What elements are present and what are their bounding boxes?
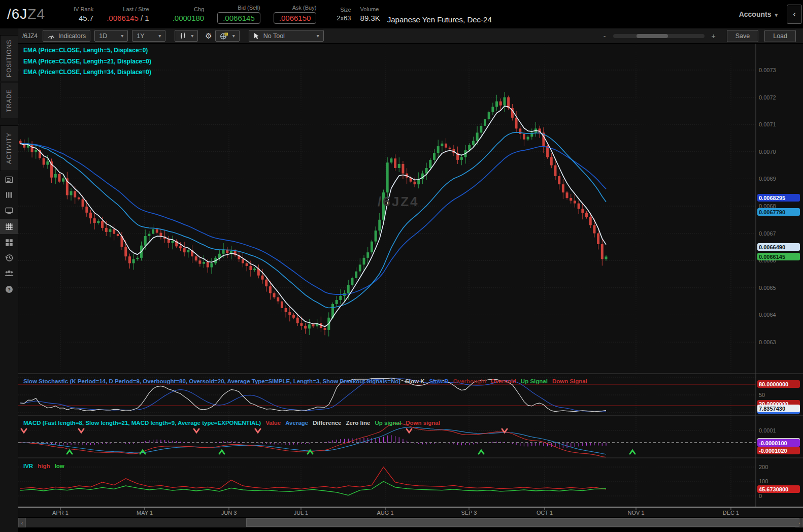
date-tick-label: SEP 3 xyxy=(461,510,477,516)
platform-icon[interactable] xyxy=(0,203,18,217)
date-tick-label: JUN 3 xyxy=(221,510,237,516)
last-price: .0066145 xyxy=(107,14,139,22)
chart-icon[interactable] xyxy=(0,219,18,234)
iv-rank-value: 45.7 xyxy=(79,14,93,22)
ema5-line xyxy=(20,106,606,327)
iv-rank-field: IV Rank 45.7 xyxy=(74,6,93,22)
svg-text:?: ? xyxy=(8,287,11,292)
down-signal-arrow xyxy=(407,429,412,433)
chevron-down-icon: ▾ xyxy=(158,33,161,39)
contract-description: Japanese Yen Futures, Dec-24 xyxy=(387,15,492,24)
chevron-down-icon: ▾ xyxy=(317,33,319,39)
size-value: 2x63 xyxy=(337,14,351,22)
scrollbar-left-arrow[interactable]: ‹ xyxy=(18,518,26,527)
axis-tick-label: 0 xyxy=(759,493,762,499)
down-signal-arrow xyxy=(21,429,26,433)
symbol-root: /6J xyxy=(7,6,27,22)
axis-tick-label: 0.0067 xyxy=(759,230,776,237)
collapse-panel-button[interactable]: ‹ xyxy=(787,5,802,24)
price-axis: 0.00730.00720.00710.00700.00690.00680.00… xyxy=(759,67,776,499)
up-signal-arrow xyxy=(219,450,224,454)
save-button[interactable]: Save xyxy=(727,30,759,42)
sidebar-tab-activity[interactable]: ACTIVITY xyxy=(0,125,18,171)
community-icon[interactable] xyxy=(0,266,18,280)
ask-label: Ask (Buy) xyxy=(292,5,317,11)
chevron-down-icon: ▾ xyxy=(121,33,123,39)
size-label: Size xyxy=(340,7,351,13)
symbol-title: /6JZ4 xyxy=(7,6,45,22)
zoom-slider-thumb[interactable] xyxy=(637,34,668,38)
price-chart-canvas[interactable]: APR 1MAY 1JUN 3JUL 1AUG 1SEP 3OCT 1NOV 1… xyxy=(18,44,803,517)
bid-field: Bid (Sell) .0066145 xyxy=(217,5,260,24)
volume-label: Volume xyxy=(360,6,379,12)
layout-icon xyxy=(220,32,228,40)
scrollbar-track[interactable] xyxy=(26,518,795,527)
zoom-in-button[interactable]: + xyxy=(712,32,716,40)
ask-field: Ask (Buy) .0066150 xyxy=(274,5,317,24)
axis-tick-label: 0.0063 xyxy=(759,339,776,345)
axis-tick-label: 0.0072 xyxy=(759,94,776,101)
date-axis: APR 1MAY 1JUN 3JUL 1AUG 1SEP 3OCT 1NOV 1… xyxy=(52,507,739,516)
list-icon[interactable] xyxy=(0,188,18,202)
range-dropdown[interactable]: 1Y▾ xyxy=(132,30,165,42)
iv-rank-label: IV Rank xyxy=(74,6,93,12)
journal-icon[interactable] xyxy=(0,173,18,187)
svg-text:0.0068295: 0.0068295 xyxy=(759,195,785,201)
zoom-out-button[interactable]: - xyxy=(604,32,606,40)
zoom-control: - + xyxy=(604,32,716,40)
stochastic-levels xyxy=(18,384,756,406)
macd-histogram xyxy=(20,435,606,448)
svg-text:7.8357430: 7.8357430 xyxy=(759,406,785,412)
indicators-button[interactable]: Indicators xyxy=(43,30,90,42)
chevron-down-icon: ▾ xyxy=(232,33,235,39)
date-tick-label: JUL 1 xyxy=(294,510,308,516)
bid-label: Bid (Sell) xyxy=(238,5,260,11)
scrollbar-thumb[interactable] xyxy=(246,518,799,527)
zoom-slider[interactable] xyxy=(613,34,705,38)
volume-value: 89.3K xyxy=(360,14,380,22)
last-size-field: Last / Size .0066145 / 1 xyxy=(107,6,149,22)
macd-signals xyxy=(21,429,635,454)
accounts-label: Accounts xyxy=(739,10,772,18)
help-icon[interactable]: ? xyxy=(0,282,18,296)
gridlines xyxy=(18,44,756,507)
tool-dropdown[interactable]: No Tool ▾ xyxy=(249,30,324,42)
chart-settings-gear[interactable]: ⚙ xyxy=(202,31,215,41)
chevron-down-icon: ▾ xyxy=(191,33,193,39)
svg-text:80.0000000: 80.0000000 xyxy=(759,381,788,387)
date-tick-label: MAY 1 xyxy=(137,510,153,516)
chg-label: Chg xyxy=(194,6,204,12)
chart-style-dropdown[interactable]: ▾ xyxy=(175,30,198,42)
candlestick-icon xyxy=(179,32,187,40)
axis-tick-label: 0.0071 xyxy=(759,121,776,127)
date-tick-label: OCT 1 xyxy=(537,510,553,516)
toolbar-symbol-label: /6JZ4 xyxy=(22,32,38,40)
svg-text:0.0066145: 0.0066145 xyxy=(759,254,785,260)
ivr-high-line xyxy=(20,467,606,489)
cursor-icon xyxy=(253,32,259,40)
up-signal-arrow xyxy=(67,450,72,454)
sidebar-tab-positions[interactable]: POSITIONS xyxy=(0,35,18,81)
gauge-icon xyxy=(47,32,55,40)
chevron-down-icon: ▾ xyxy=(775,12,778,18)
grid-icon[interactable] xyxy=(0,236,18,250)
svg-text:45.6730800: 45.6730800 xyxy=(759,486,788,492)
axis-tick-label: 0.0064 xyxy=(759,312,776,318)
timeframe-dropdown[interactable]: 1D▾ xyxy=(94,30,128,42)
load-button[interactable]: Load xyxy=(764,30,796,42)
chart-scrollbar: ‹ › xyxy=(18,518,803,527)
ask-button[interactable]: .0066150 xyxy=(274,12,317,24)
range-value: 1Y xyxy=(137,32,144,40)
accounts-dropdown[interactable]: Accounts▾ xyxy=(739,10,778,18)
ema21-line xyxy=(20,132,606,308)
macd-average-line xyxy=(20,427,606,454)
history-icon[interactable] xyxy=(0,251,18,265)
symbol-expiry: Z4 xyxy=(27,6,45,22)
date-tick-label: APR 1 xyxy=(52,510,69,516)
svg-text:0.0067790: 0.0067790 xyxy=(759,209,785,215)
layout-dropdown[interactable]: ▾ xyxy=(215,30,240,42)
date-tick-label: AUG 1 xyxy=(377,510,393,516)
axis-tick-label: 0.0070 xyxy=(759,149,776,155)
bid-button[interactable]: .0066145 xyxy=(217,12,260,24)
sidebar-tab-trade[interactable]: TRADE xyxy=(0,83,18,118)
